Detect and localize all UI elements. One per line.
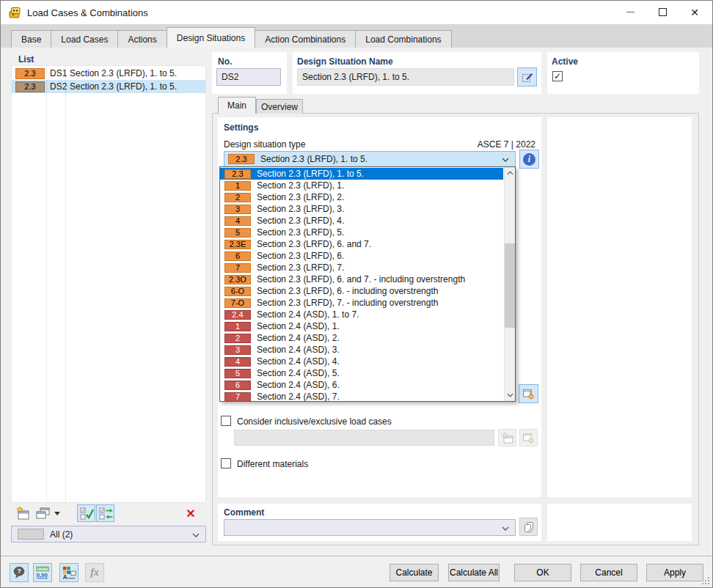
different-materials-label: Different materials xyxy=(237,459,308,469)
chevron-up-icon xyxy=(507,171,513,175)
active-label: Active xyxy=(552,56,578,67)
calculate-all-button[interactable]: Calculate All xyxy=(448,564,500,581)
minimize-button[interactable] xyxy=(614,1,646,23)
dropdown-arrow-icon xyxy=(54,512,60,515)
dropdown-option-label: Section 2.4 (ASD), 6. xyxy=(257,380,340,390)
dropdown-scrollbar[interactable] xyxy=(504,167,515,401)
close-button[interactable]: ✕ xyxy=(679,1,711,23)
formula-button[interactable]: fx xyxy=(85,563,104,582)
new-design-situation-button[interactable] xyxy=(14,504,32,522)
svg-text:A: A xyxy=(63,574,67,580)
comment-combobox[interactable] xyxy=(224,519,516,536)
resize-grip[interactable] xyxy=(701,576,710,585)
calculate-button[interactable]: Calculate xyxy=(390,564,439,581)
scroll-up-button[interactable] xyxy=(505,167,515,179)
dropdown-option[interactable]: 6 Section 2.3 (LRFD), 6. xyxy=(220,250,503,262)
edit-inclusive-entry-button[interactable] xyxy=(519,429,538,446)
dropdown-option[interactable]: 4 Section 2.3 (LRFD), 4. xyxy=(220,215,503,227)
active-checkbox[interactable]: ✓ xyxy=(552,71,563,81)
list-header: List xyxy=(18,54,34,65)
minimize-icon xyxy=(626,12,635,12)
units-settings-button[interactable]: 0,00 xyxy=(33,563,52,582)
tab-overview[interactable]: Overview xyxy=(256,99,303,114)
dropdown-option[interactable]: 4 Section 2.4 (ASD), 4. xyxy=(220,356,503,367)
hand-box-icon xyxy=(522,388,535,400)
standard-code-label: ASCE 7 | 2022 xyxy=(478,139,535,150)
dropdown-option-label: Section 2.4 (ASD), 3. xyxy=(257,345,340,355)
design-situation-type-combobox[interactable]: 2.3 Section 2.3 (LRFD), 1. to 5. xyxy=(224,151,516,167)
apply-button[interactable]: Apply xyxy=(646,564,703,581)
scrollbar-thumb[interactable] xyxy=(505,243,515,328)
dropdown-option[interactable]: 1 Section 2.4 (ASD), 1. xyxy=(220,320,503,332)
inclusive-load-cases-checkbox[interactable] xyxy=(221,416,231,426)
list-row[interactable]: 2.3 DS2 Section 2.3 (LRFD), 1. to 5. xyxy=(11,80,206,93)
delete-x-icon: ✕ xyxy=(186,507,195,521)
chevron-down-icon xyxy=(502,158,509,162)
edit-design-situation-button[interactable] xyxy=(519,384,538,403)
dropdown-option[interactable]: 2 Section 2.4 (ASD), 2. xyxy=(220,332,503,344)
dropdown-option[interactable]: 2.4 Section 2.4 (ASD), 1. to 7. xyxy=(220,309,503,320)
situation-id: DS1 xyxy=(50,68,70,78)
list-filter-combobox[interactable]: All (2) xyxy=(11,526,206,543)
dropdown-option-label: Section 2.4 (ASD), 5. xyxy=(257,368,340,378)
copy-design-situation-button[interactable] xyxy=(34,504,52,522)
maximize-button[interactable] xyxy=(646,1,679,23)
type-badge: 7 xyxy=(224,392,251,402)
load-cases-dialog: Load Cases & Combinations ✕ Base Load Ca… xyxy=(0,0,713,588)
situation-name: Section 2.3 (LRFD), 1. to 5. xyxy=(70,68,177,78)
different-materials-checkbox[interactable] xyxy=(221,458,231,468)
dropdown-option[interactable]: 5 Section 2.3 (LRFD), 5. xyxy=(220,227,503,238)
no-value-field: DS2 xyxy=(216,68,281,86)
dropdown-option[interactable]: 2 Section 2.3 (LRFD), 2. xyxy=(220,191,503,203)
copy-pages-icon xyxy=(523,521,535,533)
type-info-button[interactable]: i xyxy=(519,150,539,169)
tab-design-situations[interactable]: Design Situations xyxy=(167,27,255,48)
list-row[interactable]: 2.3 DS1 Section 2.3 (LRFD), 1. to 5. xyxy=(11,67,206,80)
tab-load-combinations[interactable]: Load Combinations xyxy=(355,30,451,48)
dropdown-option[interactable]: 5 Section 2.4 (ASD), 5. xyxy=(220,367,503,379)
inclusive-load-cases-field[interactable] xyxy=(234,430,494,446)
tab-actions[interactable]: Actions xyxy=(117,30,167,48)
tab-load-cases[interactable]: Load Cases xyxy=(51,30,118,48)
edit-name-button[interactable] xyxy=(517,67,537,87)
footer-divider-highlight xyxy=(1,556,712,557)
type-badge: 2 xyxy=(224,334,251,343)
scroll-down-button[interactable] xyxy=(505,389,515,401)
copy-comment-button[interactable] xyxy=(519,518,538,536)
dropdown-option[interactable]: 7 Section 2.3 (LRFD), 7. xyxy=(220,262,503,273)
help-button[interactable]: ? xyxy=(10,563,29,582)
dropdown-option[interactable]: 2.3E Section 2.3 (LRFD), 6. and 7. xyxy=(220,238,503,250)
name-input[interactable]: Section 2.3 (LRFD), 1. to 5. xyxy=(297,68,514,86)
list-column-divider xyxy=(65,65,66,503)
tab-base[interactable]: Base xyxy=(11,30,51,48)
new-inclusive-entry-button[interactable] xyxy=(498,429,516,446)
delete-design-situation-button[interactable]: ✕ xyxy=(181,504,200,522)
tab-main[interactable]: Main xyxy=(218,97,256,114)
type-badge: 5 xyxy=(224,228,251,238)
invert-activation-button[interactable] xyxy=(96,504,114,522)
situation-name: Section 2.3 (LRFD), 1. to 5. xyxy=(70,81,177,92)
dropdown-option[interactable]: 7 Section 2.4 (ASD), 7. xyxy=(220,391,503,403)
type-combo-value: Section 2.3 (LRFD), 1. to 5. xyxy=(260,154,368,164)
activate-all-button[interactable] xyxy=(77,504,95,522)
tab-action-combinations[interactable]: Action Combinations xyxy=(255,30,356,48)
dropdown-option[interactable]: 1 Section 2.3 (LRFD), 1. xyxy=(220,180,503,191)
ok-button[interactable]: OK xyxy=(514,564,571,581)
dropdown-option-label: Section 2.3 (LRFD), 6. xyxy=(257,251,344,261)
dropdown-option-label: Section 2.3 (LRFD), 4. xyxy=(257,216,344,226)
dropdown-option[interactable]: 2.3 Section 2.3 (LRFD), 1. to 5. xyxy=(220,168,503,180)
fx-icon: fx xyxy=(90,567,99,578)
dropdown-option[interactable]: 6 Section 2.4 (ASD), 6. xyxy=(220,379,503,391)
situation-type-badge: 2.3 xyxy=(15,81,45,92)
dropdown-option[interactable]: 7-O Section 2.3 (LRFD), 7. - including o… xyxy=(220,297,503,309)
dropdown-option[interactable]: 3 Section 2.4 (ASD), 3. xyxy=(220,344,503,356)
dropdown-option[interactable]: 2.3O Section 2.3 (LRFD), 6. and 7. - inc… xyxy=(220,273,503,285)
dropdown-option[interactable]: 3 Section 2.3 (LRFD), 3. xyxy=(220,203,503,215)
dropdown-option-label: Section 2.4 (ASD), 1. xyxy=(257,321,340,331)
dropdown-option[interactable]: 6-O Section 2.3 (LRFD), 6. - including o… xyxy=(220,285,503,297)
display-settings-button[interactable]: A xyxy=(59,563,78,582)
list-column-divider xyxy=(46,65,47,503)
cancel-button[interactable]: Cancel xyxy=(580,564,637,581)
type-badge: 7 xyxy=(224,263,251,273)
copy-options-dropdown-button[interactable] xyxy=(52,504,62,522)
